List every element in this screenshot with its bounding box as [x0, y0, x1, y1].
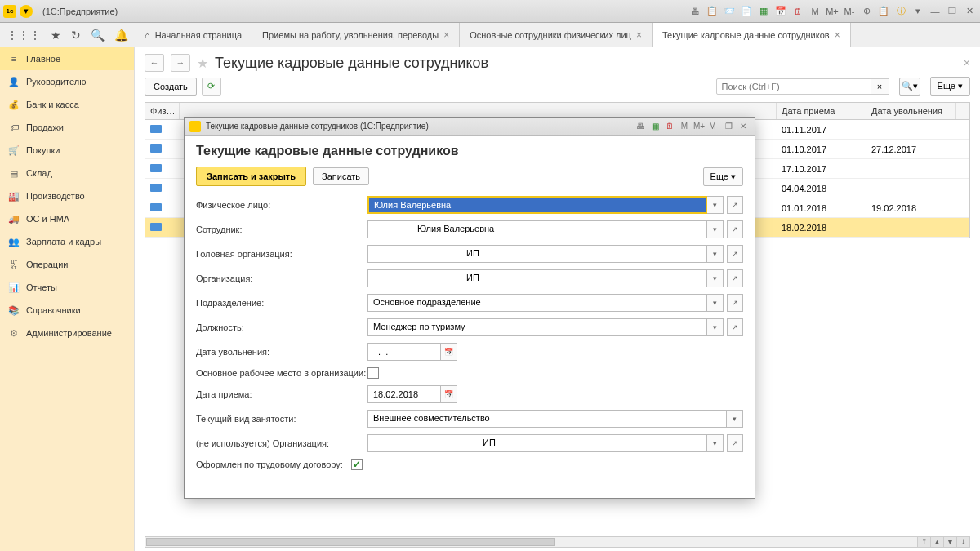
history-icon[interactable]: ↻	[71, 29, 81, 42]
scrollbar-thumb[interactable]	[146, 538, 555, 546]
close-icon[interactable]: ×	[835, 29, 840, 41]
sidebar-item-reports[interactable]: 📊Отчеты	[0, 276, 134, 299]
calendar-button[interactable]: 📅	[441, 385, 457, 403]
m-button[interactable]: M	[808, 4, 822, 19]
sidebar-item-sales[interactable]: 🏷Продажи	[0, 116, 134, 139]
modal-restore-button[interactable]: ❐	[722, 120, 735, 133]
m-plus-button[interactable]: M+	[825, 4, 840, 19]
sidebar-item-refs[interactable]: 📚Справочники	[0, 299, 134, 322]
org-input[interactable]: ИП	[368, 269, 707, 287]
modal-m-minus-button[interactable]: M-	[707, 120, 720, 133]
forward-button[interactable]: →	[171, 54, 190, 72]
mainjob-checkbox[interactable]	[368, 367, 379, 379]
bell-icon[interactable]: 🔔	[114, 29, 128, 42]
dropdown-button[interactable]: ▾	[707, 245, 724, 263]
open-button[interactable]: ↗	[727, 318, 743, 336]
emptype-input[interactable]: Внешнее совместительство	[368, 410, 727, 428]
modal-close-button[interactable]: ✕	[737, 120, 750, 133]
clipboard-icon[interactable]: 📋	[705, 4, 719, 19]
open-button[interactable]: ↗	[727, 245, 743, 263]
horizontal-scrollbar[interactable]: ⤒ ▲ ▼ ⤓	[145, 536, 970, 548]
open-button[interactable]: ↗	[727, 434, 743, 452]
info-dropdown-icon[interactable]: ▾	[911, 4, 925, 19]
m-minus-button[interactable]: M-	[842, 4, 857, 19]
dropdown-button[interactable]: ▾	[707, 220, 724, 238]
th-fire-date[interactable]: Дата увольнения	[866, 103, 956, 119]
modal-calc-icon[interactable]: ▦	[648, 120, 662, 133]
dropdown-icon[interactable]: ▾	[20, 5, 33, 18]
calendar-button[interactable]: 📅	[441, 343, 457, 361]
scroll-down-button[interactable]: ▼	[943, 537, 956, 547]
doc-icon[interactable]: 📄	[739, 4, 754, 19]
create-button[interactable]: Создать	[145, 78, 197, 96]
sidebar-item-purchases[interactable]: 🛒Покупки	[0, 139, 134, 162]
dropdown-button[interactable]: ▾	[707, 434, 724, 452]
scroll-up-button[interactable]: ▲	[930, 537, 943, 547]
sidebar-item-hr[interactable]: 👥Зарплата и кадры	[0, 230, 134, 253]
dept-input[interactable]: Основное подразделение	[368, 294, 707, 312]
calc-icon[interactable]: ▦	[756, 4, 771, 19]
sidebar-item-assets[interactable]: 🚚ОС и НМА	[0, 207, 134, 230]
date-icon[interactable]: 📅	[773, 4, 788, 19]
info-icon[interactable]: ⓘ	[893, 4, 908, 19]
open-button[interactable]: ↗	[727, 269, 743, 287]
more-button[interactable]: Еще ▾	[930, 77, 970, 96]
back-button[interactable]: ←	[145, 54, 164, 72]
search-input[interactable]	[716, 78, 871, 95]
hiredate-input[interactable]	[368, 385, 441, 403]
dropdown-button[interactable]: ▾	[727, 410, 743, 428]
tab-current-hr[interactable]: Текущие кадровые данные сотрудников ×	[653, 23, 851, 47]
favorite-icon[interactable]: ★	[197, 56, 208, 71]
modal-m-plus-button[interactable]: M+	[693, 120, 706, 133]
clear-search-button[interactable]: ×	[871, 78, 889, 95]
tab-main-employees[interactable]: Основные сотрудники физических лиц ×	[460, 23, 653, 47]
sidebar-item-production[interactable]: 🏭Производство	[0, 184, 134, 207]
star-icon[interactable]: ★	[51, 29, 61, 42]
lookup-button[interactable]: 🔍▾	[899, 78, 920, 96]
th-person[interactable]: Физ…	[145, 103, 180, 119]
contract-checkbox[interactable]	[351, 459, 363, 470]
zoom-icon[interactable]: ⊕	[859, 4, 874, 19]
sidebar-item-operations[interactable]: ДтКтОперации	[0, 253, 134, 276]
close-icon[interactable]: ×	[443, 29, 449, 41]
print-icon[interactable]: 🖶	[688, 4, 702, 19]
sidebar-item-main[interactable]: ≡Главное	[0, 47, 134, 70]
modal-m-button[interactable]: M	[678, 120, 691, 133]
modal-calendar-icon[interactable]: 🗓	[663, 120, 676, 133]
position-input[interactable]: Менеджер по туризму	[368, 318, 707, 336]
calendar-icon[interactable]: 🗓	[791, 4, 805, 19]
tab-hires[interactable]: Приемы на работу, увольнения, переводы ×	[252, 23, 460, 47]
dropdown-button[interactable]: ▾	[707, 294, 724, 312]
close-page-button[interactable]: ×	[964, 56, 970, 69]
close-button[interactable]: ✕	[962, 4, 977, 19]
maximize-button[interactable]: ❐	[945, 4, 960, 19]
tab-home[interactable]: ⌂ Начальная страница	[135, 23, 252, 47]
person-input[interactable]: Юлия Валерьевна	[368, 196, 707, 214]
employee-input[interactable]: Юлия Валерьевна	[368, 220, 707, 238]
dropdown-button[interactable]: ▾	[707, 318, 724, 336]
firedate-input[interactable]	[368, 343, 441, 361]
sidebar-item-admin[interactable]: ⚙Администрирование	[0, 322, 134, 344]
scroll-top-button[interactable]: ⤒	[917, 537, 930, 547]
search-icon[interactable]: 🔍	[91, 29, 105, 42]
th-hire-date[interactable]: Дата приема	[777, 103, 866, 119]
open-button[interactable]: ↗	[727, 220, 743, 238]
sidebar-item-bank[interactable]: 💰Банк и касса	[0, 93, 134, 116]
save-and-close-button[interactable]: Записать и закрыть	[196, 167, 306, 186]
unused-org-input[interactable]: ИП	[368, 434, 707, 452]
headorg-input[interactable]: ИП	[368, 245, 707, 263]
sidebar-item-warehouse[interactable]: ▤Склад	[0, 162, 134, 184]
minimize-button[interactable]: —	[928, 4, 942, 19]
apps-icon[interactable]: ⋮⋮⋮	[7, 29, 41, 42]
scroll-bottom-button[interactable]: ⤓	[956, 537, 969, 547]
modal-titlebar[interactable]: Текущие кадровые данные сотрудников (1С:…	[185, 118, 755, 136]
mail-icon[interactable]: 📨	[722, 4, 737, 19]
dropdown-button[interactable]: ▾	[707, 196, 724, 214]
modal-more-button[interactable]: Еще ▾	[703, 167, 743, 186]
sidebar-item-manager[interactable]: 👤Руководителю	[0, 70, 134, 93]
open-button[interactable]: ↗	[727, 294, 743, 312]
modal-print-icon[interactable]: 🖶	[634, 120, 647, 133]
refresh-button[interactable]: ⟳	[202, 78, 221, 96]
dropdown-button[interactable]: ▾	[707, 269, 724, 287]
close-icon[interactable]: ×	[636, 29, 642, 41]
